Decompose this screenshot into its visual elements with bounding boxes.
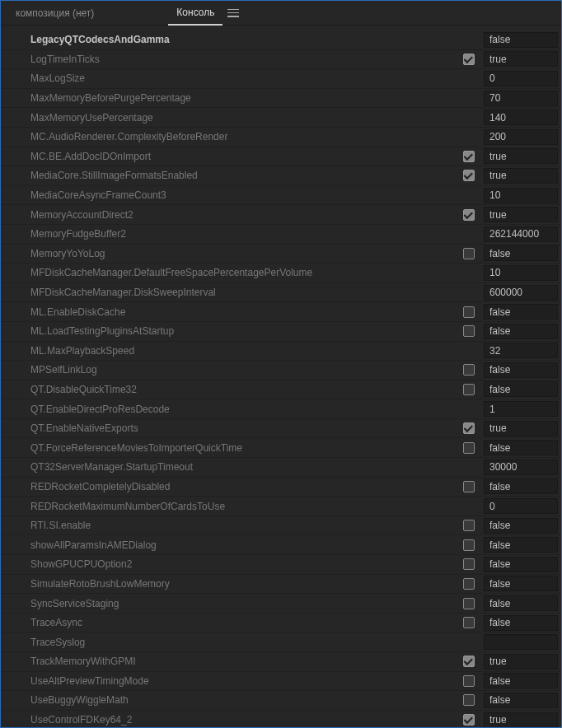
settings-row: LegacyQTCodecsAndGammafalse [1, 30, 561, 50]
setting-name: ShowGPUCPUOption2 [1, 558, 457, 570]
setting-value-input[interactable]: true [484, 148, 558, 164]
setting-checkbox[interactable] [463, 325, 475, 337]
settings-row: MaxLogSize0 [1, 69, 561, 89]
setting-value-input[interactable]: false [484, 304, 558, 320]
setting-checkbox[interactable] [463, 384, 475, 395]
setting-value-input[interactable]: false [484, 324, 558, 339]
setting-checkbox[interactable] [463, 694, 475, 706]
setting-value-input[interactable]: true [484, 168, 558, 184]
setting-name: UseBuggyWiggleMath [1, 694, 457, 706]
setting-name: TraceSyslog [1, 637, 457, 648]
setting-checkbox-cell [457, 617, 480, 628]
setting-checkbox-cell [457, 170, 480, 181]
settings-row: QT.ForceReferenceMoviesToImporterQuickTi… [1, 438, 561, 458]
settings-row: MaxMemoryUsePercentage140 [1, 108, 561, 128]
setting-checkbox[interactable] [463, 617, 475, 628]
setting-name: ML.LoadTestingPluginsAtStartup [1, 325, 457, 337]
settings-row: MemoryFudgeBuffer2262144000 [1, 225, 561, 245]
settings-row: REDRocketMaximumNumberOfCardsToUse0 [1, 497, 561, 516]
setting-name: UseAltPreviewTimingMode [1, 675, 457, 687]
panel-menu-icon[interactable] [227, 7, 239, 19]
setting-value-input[interactable]: 70 [484, 91, 558, 106]
setting-name: ML.EnableDiskCache [1, 306, 457, 318]
setting-value-input[interactable]: 1 [484, 401, 558, 417]
tab-composition[interactable]: композиция (нет) [7, 1, 102, 26]
setting-checkbox[interactable] [463, 170, 475, 181]
setting-value-input[interactable]: 10 [484, 188, 558, 203]
setting-value-input[interactable]: 32 [484, 343, 558, 358]
setting-value-input[interactable]: 10 [484, 265, 558, 281]
setting-value-input[interactable]: false [484, 32, 558, 48]
setting-checkbox[interactable] [463, 558, 475, 570]
setting-value-input[interactable]: false [484, 245, 558, 261]
setting-checkbox[interactable] [463, 520, 475, 531]
tab-bar: композиция (нет) Консоль [1, 1, 561, 26]
setting-value-input[interactable]: true [484, 712, 558, 727]
setting-value-input[interactable]: 600000 [484, 285, 558, 301]
setting-name: SyncServiceStaging [1, 598, 457, 609]
setting-value-input[interactable]: true [484, 51, 558, 67]
setting-checkbox[interactable] [463, 364, 475, 376]
settings-row: MPSelfLinkLogfalse [1, 361, 561, 380]
setting-value-input[interactable]: false [484, 362, 558, 378]
setting-name: MaxMemoryBeforePurgePercentage [1, 92, 457, 104]
settings-row: MaxMemoryBeforePurgePercentage70 [1, 89, 561, 109]
setting-value-input[interactable]: 0 [484, 71, 558, 86]
setting-name: REDRocketMaximumNumberOfCardsToUse [1, 501, 457, 512]
setting-checkbox-cell [457, 520, 480, 531]
setting-value-input[interactable]: 262144000 [484, 226, 558, 242]
setting-name: MaxMemoryUsePercentage [1, 112, 457, 124]
setting-value-input[interactable]: true [484, 207, 558, 222]
setting-checkbox[interactable] [463, 578, 475, 590]
setting-checkbox-cell [457, 384, 480, 395]
setting-value-input[interactable]: false [484, 595, 558, 611]
setting-name: REDRocketCompletelyDisabled [1, 481, 457, 492]
setting-value-input[interactable]: false [484, 440, 558, 455]
setting-checkbox[interactable] [463, 151, 475, 162]
settings-row: MemoryYoYoLogfalse [1, 245, 561, 264]
setting-value-input[interactable]: false [484, 615, 558, 631]
setting-value-input[interactable]: false [484, 478, 558, 494]
tab-console[interactable]: Консоль [168, 1, 222, 26]
setting-checkbox[interactable] [463, 54, 475, 65]
settings-row: QT.EnableNativeExportstrue [1, 419, 561, 439]
setting-value-input[interactable]: true [484, 421, 558, 436]
setting-checkbox[interactable] [463, 422, 475, 434]
setting-value-input[interactable]: 140 [484, 110, 558, 125]
setting-checkbox[interactable] [463, 481, 475, 492]
setting-checkbox[interactable] [463, 598, 475, 609]
setting-name: MaxLogSize [1, 72, 457, 84]
setting-value-input[interactable]: false [484, 693, 558, 708]
setting-name: MPSelfLinkLog [1, 364, 457, 376]
setting-name: MediaCore.StillImageFormatsEnabled [1, 170, 457, 181]
setting-name: QT.EnableDirectProResDecode [1, 404, 457, 415]
setting-value-input[interactable]: false [484, 673, 558, 688]
settings-row: TrackMemoryWithGPMItrue [1, 652, 561, 672]
setting-value-input[interactable]: false [484, 537, 558, 553]
setting-checkbox[interactable] [463, 209, 475, 221]
setting-value-input[interactable] [484, 634, 558, 650]
setting-checkbox[interactable] [463, 442, 475, 454]
settings-row: MediaCore.StillImageFormatsEnabledtrue [1, 166, 561, 186]
setting-checkbox[interactable] [463, 248, 475, 259]
settings-row: ML.EnableDiskCachefalse [1, 302, 561, 322]
setting-value-input[interactable]: false [484, 557, 558, 572]
setting-checkbox[interactable] [463, 656, 475, 667]
setting-checkbox-cell [457, 209, 480, 221]
setting-value-input[interactable]: 200 [484, 129, 558, 145]
setting-checkbox-cell [457, 442, 480, 454]
setting-value-input[interactable]: 30000 [484, 460, 558, 475]
setting-checkbox[interactable] [463, 539, 475, 551]
setting-value-input[interactable]: true [484, 654, 558, 670]
settings-row: ShowGPUCPUOption2false [1, 555, 561, 575]
setting-checkbox[interactable] [463, 714, 475, 726]
setting-value-input[interactable]: 0 [484, 498, 558, 514]
setting-checkbox-cell [457, 248, 480, 259]
setting-checkbox[interactable] [463, 675, 475, 687]
setting-value-input[interactable]: false [484, 576, 558, 591]
setting-value-input[interactable]: false [484, 381, 558, 397]
settings-row: ML.MaxPlaybackSpeed32 [1, 342, 561, 362]
setting-value-input[interactable]: false [484, 518, 558, 534]
setting-checkbox-cell [457, 558, 480, 570]
setting-checkbox[interactable] [463, 306, 475, 318]
